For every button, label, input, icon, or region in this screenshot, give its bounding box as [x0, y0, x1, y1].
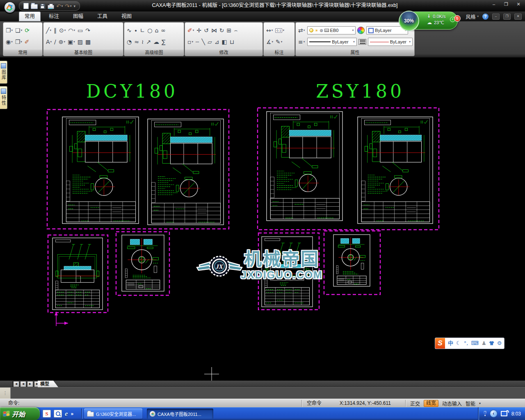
- open-icon[interactable]: [31, 3, 38, 9]
- polyline-icon[interactable]: ∿: [126, 26, 132, 34]
- memory-ball[interactable]: 30%: [399, 11, 419, 31]
- rectangle-icon[interactable]: ▭: [77, 26, 84, 34]
- drawing-sheet[interactable]: [62, 117, 139, 224]
- toggle-ortho[interactable]: 正交: [410, 400, 420, 407]
- circle-icon[interactable]: ⊙▾: [58, 26, 66, 34]
- layer-tool-button[interactable]: ⇄▾: [297, 26, 306, 34]
- revision-cloud-icon[interactable]: ☁: [153, 38, 160, 46]
- stretch-icon[interactable]: ⌢: [233, 26, 238, 34]
- arrow-icon[interactable]: ↗: [145, 38, 152, 46]
- ie-icon[interactable]: e: [65, 410, 68, 418]
- parallel-line-icon[interactable]: ∥: [53, 26, 57, 34]
- clock[interactable]: 8:03: [511, 411, 521, 417]
- sidebar-tab-library[interactable]: 图库: [0, 61, 7, 84]
- new-file-icon[interactable]: [23, 3, 29, 9]
- arc-icon[interactable]: ◠▾: [67, 26, 76, 34]
- drawing-group-title[interactable]: ZSY180: [316, 81, 404, 102]
- paste-icon[interactable]: ❏▾: [14, 26, 23, 34]
- chamfer-icon[interactable]: ⊿: [214, 38, 220, 46]
- minimize-button[interactable]: –: [490, 2, 498, 7]
- toggle-smart-snap[interactable]: 智能: [466, 400, 475, 407]
- command-panel-grip[interactable]: ⋮: [0, 388, 11, 399]
- paste-special-icon[interactable]: ❒▾: [14, 38, 23, 46]
- rotate-icon[interactable]: ↻: [219, 26, 225, 34]
- drawing-sheet[interactable]: [52, 238, 103, 310]
- drawing-group-title[interactable]: DCY180: [86, 81, 178, 102]
- ribbon-tab-1[interactable]: 标注: [43, 11, 65, 21]
- hatch-line-icon[interactable]: ∕: [53, 38, 57, 46]
- solid-icon[interactable]: ◧: [221, 38, 228, 46]
- soft-keyboard-icon[interactable]: ⌨: [471, 338, 479, 349]
- ellipse2-icon[interactable]: ○: [146, 26, 153, 34]
- drawing-canvas[interactable]: DCY180ZSY180: [0, 57, 525, 381]
- first-sheet-button[interactable]: ◀: [12, 381, 19, 387]
- layer-dropdown[interactable]: ☀ ⊜ EB0 ▾: [307, 26, 356, 34]
- command-history-panel[interactable]: ⋮: [0, 387, 525, 399]
- drawing-sheet[interactable]: [333, 235, 370, 286]
- scale-icon[interactable]: ▱: [207, 38, 213, 46]
- chinese-mode-icon[interactable]: 中: [448, 338, 453, 349]
- restore-button[interactable]: ❐: [502, 2, 510, 7]
- drawing-sheet[interactable]: [148, 119, 224, 225]
- line-icon[interactable]: ╱▾: [45, 26, 52, 34]
- drawing-sheet[interactable]: [267, 112, 342, 221]
- formula-icon[interactable]: ∑: [161, 38, 166, 46]
- pan-zoom-icon[interactable]: ◉▾: [5, 38, 14, 46]
- ribbon-tab-2[interactable]: 图幅: [67, 11, 89, 21]
- format-brush-icon[interactable]: ✐: [24, 38, 30, 46]
- zigzag-line-icon[interactable]: ≀: [141, 38, 144, 46]
- tolerance-icon[interactable]: 0.1▾: [274, 28, 285, 33]
- tray-window-icon[interactable]: ❐▾: [484, 411, 486, 417]
- wrench-icon[interactable]: ⚙: [497, 338, 502, 349]
- doc-close-button[interactable]: ✕: [514, 14, 522, 20]
- linewidth-dropdown[interactable]: ByLayer ▾: [368, 38, 413, 46]
- taskbar-button-1[interactable]: CAXA电子图板2011...: [147, 409, 213, 419]
- start-button[interactable]: 开始: [0, 407, 40, 420]
- ellipse-icon[interactable]: ⊚▾: [58, 38, 66, 46]
- customize-toolbar-icon[interactable]: ▾: [74, 4, 76, 8]
- copy-icon[interactable]: ❐▾: [5, 26, 14, 34]
- erase-icon[interactable]: ✐▾: [187, 26, 195, 34]
- close-button[interactable]: ✕: [514, 2, 523, 7]
- next-sheet-button[interactable]: ▶: [27, 381, 33, 387]
- save-icon[interactable]: [40, 3, 46, 9]
- taskbar-button-0[interactable]: G:\360安全浏览器...: [84, 409, 142, 419]
- sidebar-tab-properties[interactable]: 特性: [0, 86, 7, 109]
- region-icon[interactable]: ▩: [84, 38, 91, 46]
- sogou-logo-icon[interactable]: S: [435, 338, 445, 349]
- linestyle-icon[interactable]: [358, 39, 366, 45]
- drawing-sheet[interactable]: [262, 237, 313, 307]
- redo-icon[interactable]: ↷▾: [65, 3, 71, 9]
- frame-select-icon[interactable]: ▫▾: [187, 38, 194, 46]
- block-icon[interactable]: ▣▾: [67, 38, 76, 46]
- move-icon[interactable]: ✛: [196, 26, 202, 34]
- linewidth-tool-button[interactable]: ≡▾: [297, 38, 306, 46]
- fill-icon[interactable]: ⊔: [229, 38, 235, 46]
- command-prompt[interactable]: 命令:: [8, 399, 19, 408]
- hatch-icon[interactable]: ▨: [77, 38, 84, 46]
- search-icon[interactable]: [54, 410, 62, 418]
- undo-icon[interactable]: ↶▾: [56, 3, 63, 9]
- wave-line-icon[interactable]: ≈: [133, 38, 140, 46]
- prev-sheet-button[interactable]: ◀: [20, 381, 26, 387]
- mirror-icon[interactable]: ⋈: [210, 26, 218, 34]
- network-icon[interactable]: [501, 411, 507, 416]
- drawing-area[interactable]: DCY180ZSY180 图库 特性: [0, 57, 525, 381]
- pie-icon[interactable]: ◔: [126, 38, 132, 46]
- linetype-dropdown[interactable]: ByLayer ▾: [307, 38, 357, 46]
- tab-model[interactable]: 模型: [38, 381, 58, 387]
- text-icon[interactable]: A▾: [45, 38, 52, 46]
- style-button[interactable]: 风格 ▾: [466, 13, 479, 20]
- refresh-icon[interactable]: ⟳: [24, 26, 30, 34]
- polygon-icon[interactable]: ⌂: [154, 26, 159, 34]
- doc-minimize-button[interactable]: –: [492, 14, 500, 20]
- edit-text-icon[interactable]: ✎▾: [275, 38, 283, 46]
- point-icon[interactable]: ∙: [133, 26, 139, 34]
- moon-icon[interactable]: ☾: [456, 338, 461, 349]
- person-icon[interactable]: ♟: [482, 338, 486, 349]
- extend-icon[interactable]: ╲: [201, 38, 205, 46]
- print-icon[interactable]: [48, 3, 54, 9]
- spline-icon[interactable]: ↷: [84, 26, 91, 34]
- skin-icon[interactable]: [489, 338, 494, 349]
- ribbon-tab-4[interactable]: 视图: [116, 11, 137, 21]
